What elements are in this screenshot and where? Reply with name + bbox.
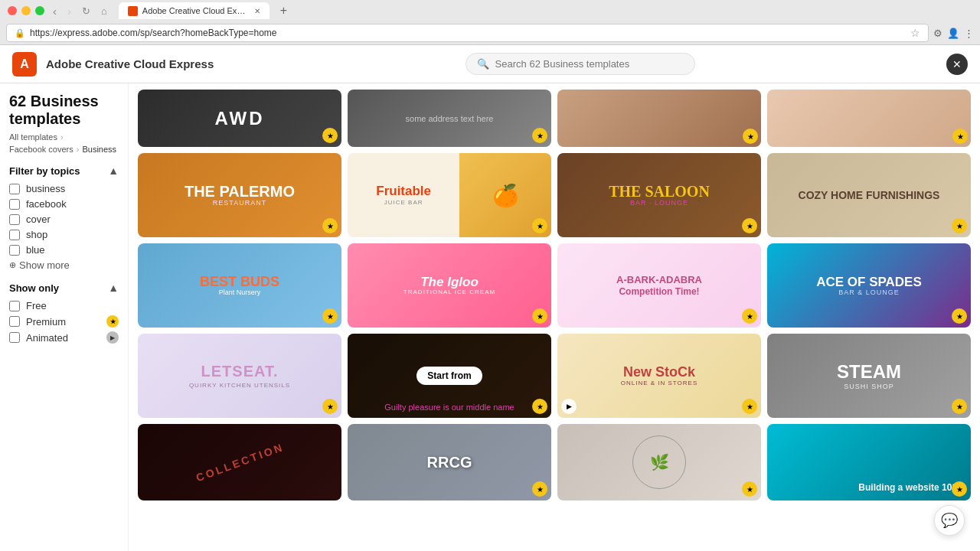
show-only-toggle[interactable]: ▲	[108, 282, 119, 294]
breadcrumb-current: Business	[82, 145, 116, 154]
filter-checkbox-premium[interactable]	[9, 316, 20, 327]
nav-refresh-button[interactable]: ↻	[80, 5, 93, 17]
card-marble[interactable]: some address text here ★	[348, 90, 551, 147]
card-newstock-play[interactable]: ▶	[561, 399, 577, 414]
filter-checkbox-free[interactable]	[9, 301, 20, 311]
search-icon: 🔍	[477, 58, 489, 70]
filter-item-facebook[interactable]: facebook	[9, 198, 119, 210]
start-from-button[interactable]: Start from	[416, 367, 482, 385]
nav-home-button[interactable]: ⌂	[99, 5, 109, 17]
search-box[interactable]: 🔍	[466, 53, 695, 75]
filter-item-free[interactable]: Free	[9, 300, 119, 311]
close-button[interactable]: ✕	[946, 54, 968, 75]
traffic-light-green[interactable]	[35, 6, 44, 15]
card-top-4[interactable]: ★	[767, 90, 971, 147]
card-steam-inner: STEAM SUSHI SHOP	[837, 361, 901, 390]
bookmark-icon[interactable]: ☆	[910, 27, 920, 39]
account-button[interactable]: 👤	[947, 28, 959, 39]
card-palermo[interactable]: THE PALERMO RESTAURANT ★	[138, 153, 341, 237]
card-cake-text: Guilty pleasure is our middle name	[354, 403, 545, 412]
app-name: Adobe Creative Cloud Express	[46, 57, 214, 70]
card-igloo[interactable]: The Igloo TRADITIONAL ICE CREAM ★	[348, 243, 551, 328]
breadcrumb-sep-2: ›	[77, 145, 80, 154]
address-bar[interactable]: 🔒 https://express.adobe.com/sp/search?ho…	[6, 24, 929, 42]
browser-tab[interactable]: Adobe Creative Cloud Express ✕	[119, 2, 270, 19]
show-only-header: Show only ▲	[9, 282, 119, 294]
tab-close-icon[interactable]: ✕	[254, 7, 260, 15]
card-fruitable[interactable]: Fruitable JUICE BAR 🍊 ★	[348, 153, 551, 237]
filter-item-blue[interactable]: blue	[9, 244, 119, 256]
search-input[interactable]	[495, 58, 684, 70]
card-igloo-badge: ★	[532, 308, 547, 324]
card-collection[interactable]: COLLECTION	[138, 424, 341, 500]
filter-topics-toggle[interactable]: ▲	[108, 165, 119, 177]
chat-button[interactable]: 💬	[934, 505, 965, 536]
card-palermo-inner: THE PALERMO RESTAURANT	[185, 184, 295, 207]
card-igloo-title: The Igloo	[403, 276, 495, 289]
card-steam[interactable]: STEAM SUSHI SHOP ★	[767, 334, 971, 418]
card-rrcg[interactable]: RRCG ★	[348, 424, 551, 500]
traffic-light-yellow[interactable]	[21, 6, 31, 15]
card-bark[interactable]: A-BARK-ADABRA Competition Time! ★	[557, 243, 761, 328]
filter-checkbox-business[interactable]	[9, 184, 20, 194]
nav-forward-button[interactable]: ›	[65, 5, 74, 18]
filter-checkbox-animated[interactable]	[9, 332, 20, 343]
page-title: 62 Business templates	[9, 93, 119, 128]
card-rrcg-text: RRCG	[427, 454, 472, 471]
filter-topics-header: Filter by topics ▲	[9, 165, 119, 177]
card-bark-title: A-BARK-ADABRA	[616, 274, 702, 286]
filter-checkbox-facebook[interactable]	[9, 199, 20, 210]
filter-label-free: Free	[26, 300, 47, 311]
templates-grid: AWD ★ some address text here ★ ★ ★ THE P…	[138, 90, 971, 500]
card-building[interactable]: Building a website 101... ★	[767, 424, 971, 500]
card-plant-circle[interactable]: 🌿 ★	[557, 424, 761, 500]
fruitable-left: Fruitable JUICE BAR	[348, 153, 459, 237]
extensions-button[interactable]: ⚙	[933, 28, 942, 39]
browser-chrome: ‹ › ↻ ⌂ Adobe Creative Cloud Express ✕ +…	[0, 0, 980, 45]
card-ace[interactable]: ACE OF SPADES BAR & LOUNGE ★	[767, 243, 971, 328]
card-plant-circle-inner: 🌿	[632, 435, 686, 489]
traffic-lights	[8, 6, 44, 15]
filter-item-business[interactable]: business	[9, 183, 119, 194]
show-more-label: Show more	[19, 259, 70, 271]
nav-back-button[interactable]: ‹	[51, 5, 59, 18]
card-cozy[interactable]: COZY HOME FURNISHINGS ★	[767, 153, 971, 237]
app-logo: A	[12, 52, 37, 77]
card-saloon[interactable]: THE SALOON BAR · LOUNGE ★	[557, 153, 761, 237]
lock-icon: 🔒	[15, 28, 25, 38]
card-letseat-badge: ★	[322, 399, 338, 414]
card-bestbuds[interactable]: BEST BUDS Plant Nursery ★	[138, 243, 341, 328]
address-bar-row: 🔒 https://express.adobe.com/sp/search?ho…	[0, 21, 980, 45]
show-more-icon: ⊕	[9, 260, 16, 270]
card-letseat[interactable]: LETSEAT. QUIRKY KITCHEN UTENSILS ★	[138, 334, 341, 418]
filter-label-facebook: facebook	[26, 198, 67, 210]
show-more-button[interactable]: ⊕ Show more	[9, 259, 119, 271]
tab-label: Adobe Creative Cloud Express	[142, 6, 250, 15]
filter-label-premium: Premium	[26, 316, 66, 328]
card-plant-badge: ★	[742, 481, 757, 497]
breadcrumb-facebook-covers[interactable]: Facebook covers	[9, 145, 74, 154]
filter-item-premium[interactable]: Premium ★	[9, 315, 119, 328]
card-top-3[interactable]: ★	[557, 90, 761, 147]
filter-checkbox-cover[interactable]	[9, 214, 20, 225]
traffic-light-red[interactable]	[8, 6, 17, 15]
card-cake[interactable]: Start from Guilty pleasure is our middle…	[348, 334, 551, 418]
filter-item-animated[interactable]: Animated ▶	[9, 331, 119, 344]
card-awd-text: AWD	[215, 108, 265, 129]
filter-label-shop: shop	[26, 229, 47, 240]
filter-checkbox-shop[interactable]	[9, 230, 20, 240]
new-tab-button[interactable]: +	[276, 4, 292, 18]
menu-button[interactable]: ⋮	[964, 28, 974, 39]
filter-checkbox-blue[interactable]	[9, 245, 20, 256]
card-awd[interactable]: AWD ★	[138, 90, 341, 147]
card-bestbuds-title: BEST BUDS	[200, 275, 279, 289]
breadcrumb-all-templates[interactable]: All templates	[9, 132, 57, 142]
breadcrumb-sep-1: ›	[60, 132, 64, 142]
card-saloon-inner: THE SALOON BAR · LOUNGE	[609, 184, 710, 207]
card-cozy-text: COZY HOME FURNISHINGS	[799, 188, 940, 202]
filter-item-cover[interactable]: cover	[9, 214, 119, 225]
card-newstock[interactable]: New StoCk ONLINE & IN STORES ▶ ★	[557, 334, 761, 418]
card-bestbuds-inner: BEST BUDS Plant Nursery	[200, 275, 279, 296]
filter-item-shop[interactable]: shop	[9, 229, 119, 240]
fruitable-title: Fruitable	[376, 184, 431, 199]
